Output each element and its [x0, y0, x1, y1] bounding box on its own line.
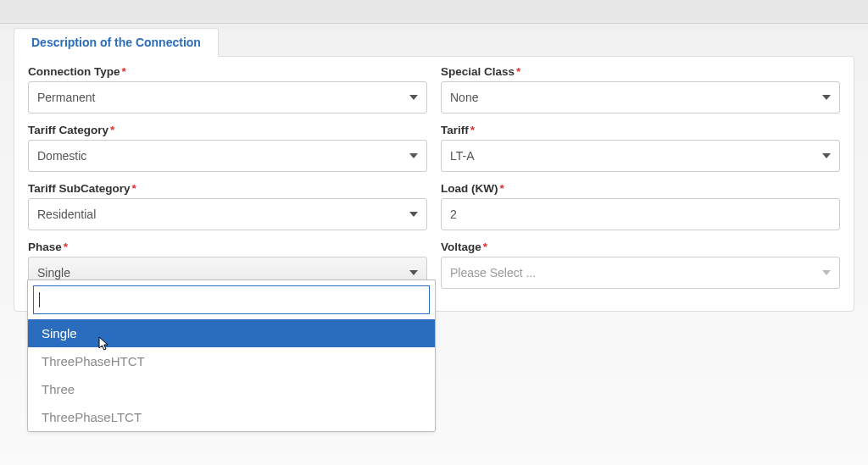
- phase-label: Phase*: [28, 241, 427, 253]
- connection-type-field: Connection Type* Permanent: [28, 65, 427, 113]
- load-field: Load (KW)* 2: [441, 182, 840, 230]
- tariff-subcategory-label: Tariff SubCategory*: [28, 182, 427, 195]
- required-mark: *: [110, 124, 114, 136]
- tariff-field: Tariff* LT-A: [441, 124, 840, 172]
- tariff-category-select[interactable]: Domestic: [28, 140, 427, 172]
- tariff-category-field: Tariff Category* Domestic: [28, 124, 427, 172]
- tariff-subcategory-select[interactable]: Residential: [28, 198, 427, 230]
- section-body: Connection Type* Permanent Tariff Catego…: [14, 56, 854, 312]
- section-title: Description of the Connection: [31, 36, 201, 49]
- load-value: 2: [450, 208, 457, 221]
- voltage-placeholder: Please Select ...: [450, 266, 536, 280]
- chevron-down-icon: [409, 153, 418, 158]
- phase-option-threephaseltct[interactable]: ThreePhaseLTCT: [28, 403, 435, 431]
- chevron-down-icon: [822, 95, 831, 100]
- required-mark: *: [470, 124, 475, 136]
- tariff-category-label: Tariff Category*: [28, 124, 427, 136]
- required-mark: *: [64, 241, 68, 253]
- top-banner-strip: [0, 0, 868, 24]
- section-tab-description: Description of the Connection: [14, 28, 219, 57]
- connection-type-select[interactable]: Permanent: [28, 81, 427, 113]
- right-column: Special Class* None Tariff* LT-A Loa: [441, 65, 840, 294]
- connection-type-label: Connection Type*: [28, 65, 427, 78]
- phase-value: Single: [37, 266, 70, 280]
- chevron-down-icon: [822, 270, 831, 275]
- special-class-select[interactable]: None: [441, 81, 840, 113]
- special-class-field: Special Class* None: [441, 65, 840, 113]
- required-mark: *: [516, 65, 520, 78]
- phase-option-threephasehtct[interactable]: ThreePhaseHTCT: [28, 347, 435, 375]
- chevron-down-icon: [822, 153, 831, 158]
- tariff-label: Tariff*: [441, 124, 840, 136]
- phase-dropdown-search[interactable]: [33, 285, 430, 314]
- text-cursor-icon: [39, 292, 40, 307]
- voltage-field: Voltage* Please Select ...: [441, 241, 840, 289]
- tariff-category-value: Domestic: [37, 149, 86, 163]
- chevron-down-icon: [409, 212, 418, 217]
- phase-option-single[interactable]: Single: [28, 319, 435, 347]
- tariff-value: LT-A: [450, 149, 475, 163]
- required-mark: *: [122, 65, 126, 78]
- special-class-label: Special Class*: [441, 65, 840, 78]
- load-label: Load (KW)*: [441, 182, 840, 195]
- connection-type-value: Permanent: [37, 91, 95, 104]
- chevron-down-icon: [409, 95, 418, 100]
- phase-dropdown-panel: Single ThreePhaseHTCT Three ThreePhaseLT…: [27, 280, 436, 432]
- required-mark: *: [132, 182, 136, 195]
- voltage-select[interactable]: Please Select ...: [441, 257, 840, 289]
- required-mark: *: [499, 182, 504, 195]
- left-column: Connection Type* Permanent Tariff Catego…: [28, 65, 427, 294]
- voltage-label: Voltage*: [441, 241, 840, 253]
- load-input[interactable]: 2: [441, 198, 840, 230]
- required-mark: *: [483, 241, 487, 253]
- phase-option-three[interactable]: Three: [28, 375, 435, 403]
- tariff-subcategory-field: Tariff SubCategory* Residential: [28, 182, 427, 230]
- tariff-subcategory-value: Residential: [37, 208, 96, 221]
- chevron-down-icon: [409, 270, 418, 275]
- special-class-value: None: [450, 91, 478, 104]
- tariff-select[interactable]: LT-A: [441, 140, 840, 172]
